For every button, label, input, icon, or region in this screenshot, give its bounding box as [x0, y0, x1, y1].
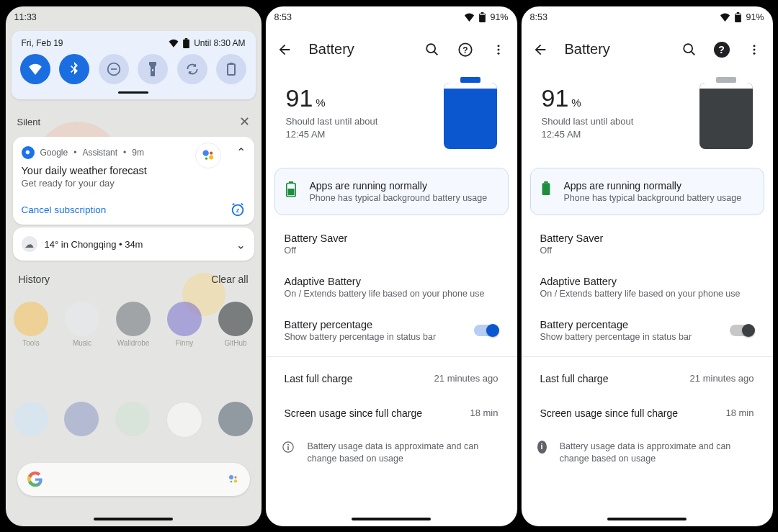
svg-point-8 — [210, 152, 213, 155]
qs-status-right: Until 8:30 AM — [169, 38, 245, 48]
battery-icon — [735, 12, 741, 22]
google-app-icon — [22, 146, 35, 159]
row-last-full-charge: Last full charge 21 minutes ago — [522, 361, 773, 396]
apps-normal-card[interactable]: Apps are running normally Phone has typi… — [274, 168, 509, 215]
row-battery-percentage[interactable]: Battery percentage Show battery percenta… — [266, 309, 517, 352]
notif-body: Get ready for your day — [22, 178, 246, 189]
qs-until: Until 8:30 AM — [194, 38, 245, 48]
battery-large-icon — [444, 83, 497, 149]
row-adaptive-battery[interactable]: Adaptive Battery On / Extends battery li… — [522, 266, 773, 309]
row-screen-usage: Screen usage since full charge 18 min — [522, 396, 773, 430]
help-icon[interactable]: ? — [457, 41, 474, 58]
svg-point-10 — [205, 158, 207, 160]
battery-large-icon — [699, 83, 753, 149]
svg-point-20 — [426, 44, 435, 53]
qs-drag-handle[interactable] — [118, 91, 148, 94]
svg-text:Z: Z — [236, 207, 239, 214]
svg-rect-19 — [480, 14, 485, 14]
svg-point-16 — [230, 480, 232, 482]
cloud-icon: ☁ — [22, 236, 37, 252]
usage-footer: Battery usage data is approximate and ca… — [266, 430, 517, 476]
chevron-down-icon[interactable]: ⌃ — [236, 238, 246, 251]
status-time: 11:33 — [14, 12, 37, 22]
search-icon[interactable] — [424, 41, 441, 58]
svg-point-35 — [684, 44, 692, 53]
svg-point-31 — [287, 443, 289, 445]
back-icon[interactable] — [532, 41, 549, 58]
qs-date: Fri, Feb 19 — [22, 38, 63, 48]
svg-point-13 — [229, 475, 233, 479]
svg-rect-39 — [544, 181, 547, 183]
gesture-nav-bar[interactable] — [94, 518, 173, 520]
status-time: 8:53 — [530, 12, 547, 22]
page-title: Battery — [309, 41, 408, 58]
toggle-battery-percentage[interactable] — [730, 325, 754, 336]
battery-pct: 91 — [286, 84, 313, 112]
svg-rect-17 — [481, 12, 484, 14]
assistant-mic-icon[interactable] — [227, 473, 240, 486]
assistant-icon — [195, 143, 221, 168]
gesture-nav-bar[interactable] — [352, 518, 431, 520]
svg-point-14 — [234, 476, 236, 478]
google-search-bar[interactable] — [17, 463, 250, 496]
overflow-icon[interactable] — [490, 41, 507, 58]
svg-rect-34 — [735, 14, 741, 14]
quick-settings-panel[interactable]: Fri, Feb 19 Until 8:30 AM — [12, 31, 256, 100]
notif2-text: 14° in Chongqing • 34m — [45, 239, 143, 250]
qs-tile-dnd[interactable] — [99, 54, 129, 84]
battery-summary: 91% Should last until about12:45 AM — [522, 71, 773, 168]
card-sub: Phone has typical background battery usa… — [564, 193, 742, 203]
search-icon[interactable] — [681, 41, 698, 58]
back-icon[interactable] — [276, 41, 293, 58]
toggle-battery-percentage[interactable] — [474, 325, 498, 336]
card-title: Apps are running normally — [310, 180, 488, 191]
svg-point-15 — [233, 479, 237, 483]
row-battery-saver[interactable]: Battery Saver Off — [522, 222, 773, 266]
svg-rect-4 — [152, 69, 153, 71]
svg-text:?: ? — [462, 45, 468, 55]
phone-battery-settings-dark: 8:53 91% Battery ? 91% Should last until… — [522, 6, 773, 526]
notification-weather-collapsed[interactable]: ☁ 14° in Chongqing • 34m ⌃ — [13, 227, 254, 261]
close-icon[interactable]: ✕ — [239, 114, 250, 130]
wifi-icon — [720, 13, 730, 22]
qs-tile-rotate[interactable] — [177, 54, 207, 84]
row-battery-saver[interactable]: Battery Saver Off — [266, 222, 517, 266]
notif-app: Google — [40, 148, 68, 158]
qs-tile-wifi[interactable] — [20, 54, 50, 84]
app-bar: Battery ? — [266, 28, 517, 71]
chevron-up-icon[interactable]: ⌃ — [236, 145, 246, 159]
history-label[interactable]: History — [19, 274, 50, 285]
apps-normal-card[interactable]: Apps are running normally Phone has typi… — [530, 168, 764, 215]
qs-tile-battery[interactable] — [216, 54, 246, 84]
status-time: 8:53 — [274, 12, 292, 22]
phone-battery-settings-blue: 8:53 91% Battery ? 91% Should last until… — [266, 6, 517, 526]
svg-rect-0 — [185, 38, 188, 40]
wifi-icon — [169, 39, 179, 48]
notif-age: 9m — [132, 148, 144, 158]
overflow-icon[interactable] — [746, 41, 763, 58]
qs-tile-bluetooth[interactable] — [59, 54, 89, 84]
svg-rect-40 — [542, 183, 550, 195]
svg-point-38 — [753, 52, 755, 54]
gesture-nav-bar[interactable] — [607, 518, 687, 520]
row-adaptive-battery[interactable]: Adaptive Battery On / Extends battery li… — [266, 266, 517, 309]
silent-section-header: Silent ✕ — [6, 99, 261, 135]
battery-pct: 91 — [542, 84, 569, 112]
wifi-icon — [464, 13, 475, 22]
svg-point-7 — [202, 150, 208, 156]
qs-tile-flashlight[interactable] — [138, 54, 168, 84]
row-battery-percentage[interactable]: Battery percentage Show battery percenta… — [522, 309, 773, 352]
notif-action-cancel[interactable]: Cancel subscription — [22, 204, 107, 215]
svg-rect-6 — [228, 64, 235, 75]
svg-rect-28 — [287, 189, 294, 195]
page-title: Battery — [565, 41, 665, 58]
alarm-snooze-icon[interactable]: Z — [230, 202, 246, 217]
battery-icon — [183, 38, 189, 48]
battery-ok-icon — [285, 181, 297, 197]
status-bar: 8:53 91% — [522, 6, 773, 28]
clear-all-button[interactable]: Clear all — [211, 274, 248, 285]
status-bar: 11:33 — [6, 6, 261, 28]
notification-weather[interactable]: Google • Assistant • 9m ⌃ Your daily wea… — [13, 137, 254, 225]
silent-label: Silent — [17, 117, 41, 127]
help-icon[interactable]: ? — [714, 42, 730, 58]
